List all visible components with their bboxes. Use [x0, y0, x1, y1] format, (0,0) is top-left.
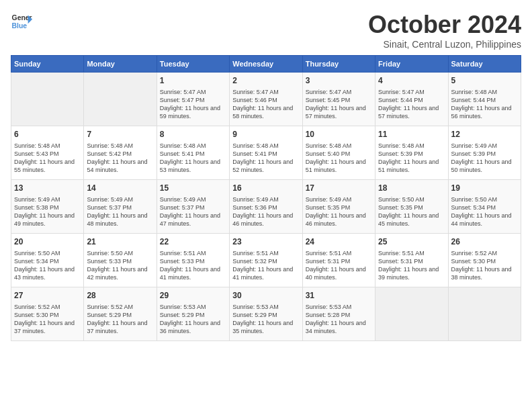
calendar-cell: 9 Sunrise: 5:48 AM Sunset: 5:41 PM Dayli… [230, 126, 302, 180]
sunrise: Sunrise: 5:50 AM [14, 249, 81, 257]
sunrise: Sunrise: 5:48 AM [378, 142, 445, 150]
day-info: Sunrise: 5:53 AM Sunset: 5:29 PM Dayligh… [160, 303, 226, 336]
calendar-cell: 28 Sunrise: 5:52 AM Sunset: 5:29 PM Dayl… [84, 287, 157, 341]
daylight: Daylight: 11 hours and 57 minutes. [378, 104, 445, 120]
sunrise: Sunrise: 5:49 AM [14, 195, 81, 203]
day-info: Sunrise: 5:53 AM Sunset: 5:28 PM Dayligh… [306, 303, 372, 336]
day-number: 27 [14, 290, 81, 302]
day-number: 8 [160, 129, 226, 140]
sunset: Sunset: 5:44 PM [451, 96, 518, 104]
daylight: Daylight: 11 hours and 51 minutes. [378, 158, 445, 174]
sunset: Sunset: 5:31 PM [378, 257, 445, 265]
day-info: Sunrise: 5:48 AM Sunset: 5:44 PM Dayligh… [451, 88, 518, 121]
sunrise: Sunrise: 5:52 AM [451, 249, 518, 257]
day-info: Sunrise: 5:49 AM Sunset: 5:35 PM Dayligh… [306, 195, 372, 228]
sunset: Sunset: 5:34 PM [14, 257, 81, 265]
daylight: Daylight: 11 hours and 46 minutes. [306, 212, 372, 228]
sunset: Sunset: 5:34 PM [451, 203, 518, 212]
day-number: 13 [14, 183, 81, 194]
calendar-cell: 10 Sunrise: 5:48 AM Sunset: 5:40 PM Dayl… [302, 126, 375, 180]
calendar-cell: 12 Sunrise: 5:49 AM Sunset: 5:39 PM Dayl… [448, 126, 521, 180]
header-row: SundayMondayTuesdayWednesdayThursdayFrid… [11, 56, 521, 73]
header-day-sunday: Sunday [11, 56, 84, 73]
calendar-cell: 23 Sunrise: 5:51 AM Sunset: 5:32 PM Dayl… [230, 234, 302, 287]
calendar-body: 1 Sunrise: 5:47 AM Sunset: 5:47 PM Dayli… [11, 73, 521, 341]
day-number: 14 [87, 183, 153, 194]
daylight: Daylight: 11 hours and 37 minutes. [87, 319, 153, 335]
daylight: Daylight: 11 hours and 56 minutes. [451, 104, 518, 120]
calendar-cell: 25 Sunrise: 5:51 AM Sunset: 5:31 PM Dayl… [375, 234, 448, 287]
day-info: Sunrise: 5:50 AM Sunset: 5:34 PM Dayligh… [14, 249, 81, 282]
daylight: Daylight: 11 hours and 46 minutes. [232, 212, 299, 228]
sunrise: Sunrise: 5:49 AM [451, 142, 518, 150]
logo-icon: General Blue [11, 11, 32, 32]
daylight: Daylight: 11 hours and 50 minutes. [451, 158, 518, 174]
week-row-2: 13 Sunrise: 5:49 AM Sunset: 5:38 PM Dayl… [11, 180, 521, 234]
sunset: Sunset: 5:37 PM [160, 203, 226, 212]
month-title: October 2024 [368, 11, 521, 39]
daylight: Daylight: 11 hours and 43 minutes. [14, 265, 81, 281]
sunset: Sunset: 5:33 PM [160, 257, 226, 265]
sunset: Sunset: 5:43 PM [14, 150, 81, 158]
sunrise: Sunrise: 5:48 AM [14, 142, 81, 150]
sunrise: Sunrise: 5:48 AM [451, 88, 518, 96]
day-number: 6 [14, 129, 81, 140]
week-row-3: 20 Sunrise: 5:50 AM Sunset: 5:34 PM Dayl… [11, 234, 521, 287]
sunrise: Sunrise: 5:47 AM [160, 88, 226, 96]
daylight: Daylight: 11 hours and 42 minutes. [87, 265, 153, 281]
sunrise: Sunrise: 5:49 AM [232, 195, 299, 203]
calendar-cell: 31 Sunrise: 5:53 AM Sunset: 5:28 PM Dayl… [302, 287, 375, 341]
calendar-cell: 14 Sunrise: 5:49 AM Sunset: 5:37 PM Dayl… [84, 180, 157, 234]
day-info: Sunrise: 5:49 AM Sunset: 5:39 PM Dayligh… [451, 142, 518, 175]
daylight: Daylight: 11 hours and 53 minutes. [160, 158, 226, 174]
sunset: Sunset: 5:35 PM [306, 203, 372, 212]
day-info: Sunrise: 5:50 AM Sunset: 5:35 PM Dayligh… [378, 195, 445, 228]
daylight: Daylight: 11 hours and 41 minutes. [160, 265, 226, 281]
calendar-cell: 8 Sunrise: 5:48 AM Sunset: 5:41 PM Dayli… [157, 126, 229, 180]
daylight: Daylight: 11 hours and 39 minutes. [378, 265, 445, 281]
daylight: Daylight: 11 hours and 51 minutes. [306, 158, 372, 174]
daylight: Daylight: 11 hours and 35 minutes. [232, 319, 299, 335]
sunrise: Sunrise: 5:48 AM [306, 142, 372, 150]
calendar-cell: 27 Sunrise: 5:52 AM Sunset: 5:30 PM Dayl… [11, 287, 84, 341]
sunset: Sunset: 5:32 PM [232, 257, 299, 265]
header-day-saturday: Saturday [448, 56, 521, 73]
day-info: Sunrise: 5:47 AM Sunset: 5:46 PM Dayligh… [232, 88, 299, 121]
daylight: Daylight: 11 hours and 57 minutes. [306, 104, 372, 120]
day-info: Sunrise: 5:53 AM Sunset: 5:29 PM Dayligh… [232, 303, 299, 336]
daylight: Daylight: 11 hours and 44 minutes. [451, 212, 518, 228]
day-number: 16 [232, 183, 299, 194]
calendar-cell: 16 Sunrise: 5:49 AM Sunset: 5:36 PM Dayl… [230, 180, 302, 234]
header-day-thursday: Thursday [302, 56, 375, 73]
sunrise: Sunrise: 5:53 AM [306, 303, 372, 311]
calendar-cell: 30 Sunrise: 5:53 AM Sunset: 5:29 PM Dayl… [230, 287, 302, 341]
day-info: Sunrise: 5:51 AM Sunset: 5:31 PM Dayligh… [378, 249, 445, 282]
day-number: 10 [306, 129, 372, 140]
page-header: General Blue October 2024 Sinait, Centra… [11, 11, 521, 50]
day-number: 2 [232, 75, 299, 87]
sunset: Sunset: 5:35 PM [378, 203, 445, 212]
daylight: Daylight: 11 hours and 54 minutes. [87, 158, 153, 174]
calendar-cell [448, 287, 521, 341]
sunset: Sunset: 5:39 PM [451, 150, 518, 158]
calendar-cell: 22 Sunrise: 5:51 AM Sunset: 5:33 PM Dayl… [157, 234, 229, 287]
sunrise: Sunrise: 5:51 AM [378, 249, 445, 257]
day-info: Sunrise: 5:49 AM Sunset: 5:37 PM Dayligh… [87, 195, 153, 228]
sunset: Sunset: 5:38 PM [14, 203, 81, 212]
sunrise: Sunrise: 5:50 AM [87, 249, 153, 257]
day-number: 24 [306, 236, 372, 248]
calendar-table: SundayMondayTuesdayWednesdayThursdayFrid… [11, 55, 521, 341]
sunset: Sunset: 5:33 PM [87, 257, 153, 265]
day-number: 30 [232, 290, 299, 302]
location-subtitle: Sinait, Central Luzon, Philippines [368, 39, 521, 50]
day-info: Sunrise: 5:51 AM Sunset: 5:33 PM Dayligh… [160, 249, 226, 282]
day-info: Sunrise: 5:50 AM Sunset: 5:33 PM Dayligh… [87, 249, 153, 282]
sunset: Sunset: 5:29 PM [160, 311, 226, 319]
daylight: Daylight: 11 hours and 38 minutes. [451, 265, 518, 281]
sunset: Sunset: 5:28 PM [306, 311, 372, 319]
daylight: Daylight: 11 hours and 59 minutes. [160, 104, 226, 120]
sunrise: Sunrise: 5:52 AM [87, 303, 153, 311]
day-number: 29 [160, 290, 226, 302]
sunrise: Sunrise: 5:53 AM [160, 303, 226, 311]
sunrise: Sunrise: 5:52 AM [14, 303, 81, 311]
